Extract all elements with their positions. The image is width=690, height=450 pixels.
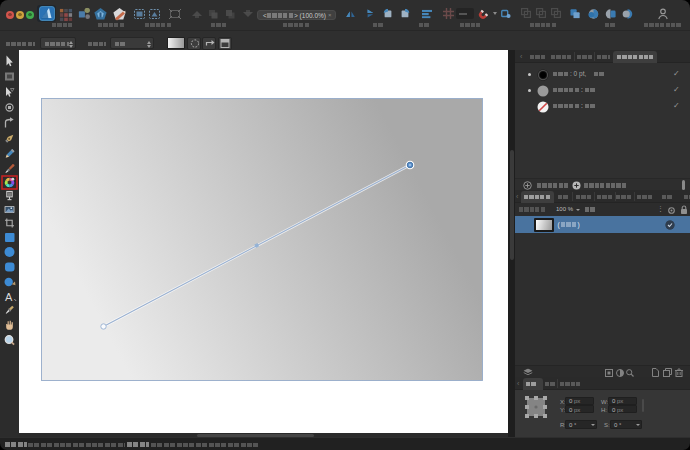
svg-text:A: A [5, 291, 13, 303]
